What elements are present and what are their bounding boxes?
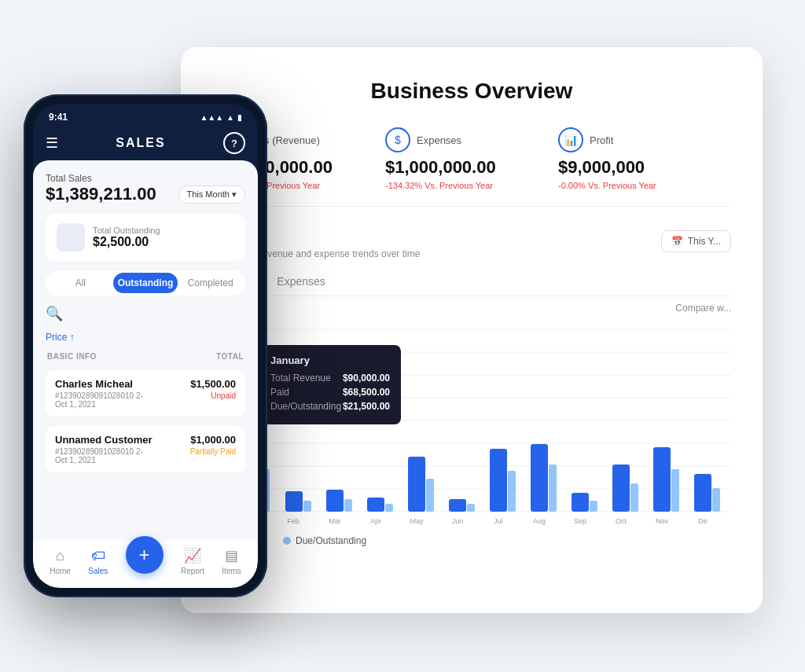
tooltip-total-value: $90,000.00 — [343, 373, 390, 384]
total-sales-label: Total Sales — [46, 173, 245, 184]
help-button[interactable]: ? — [223, 132, 245, 154]
invoice-info-0: Charles Micheal #12390289091028010 2- Oc… — [55, 378, 143, 409]
svg-rect-30 — [467, 504, 475, 512]
phone-container: 9:41 ▲▲▲ ▲ ▮ ☰ SALES ? Total Sales — [24, 94, 267, 597]
svg-rect-33 — [531, 444, 548, 512]
price-sort[interactable]: Price ↑ — [46, 332, 245, 343]
trends-date-button[interactable]: 📅 This Y... — [661, 230, 731, 252]
filter-all[interactable]: All — [48, 273, 113, 293]
invoice-status-1: Partially Paid — [190, 447, 236, 456]
svg-rect-24 — [344, 499, 352, 512]
invoice-amount-col-1: $1,000.00 Partially Paid — [190, 434, 236, 456]
search-icon[interactable]: 🔍 — [46, 305, 63, 322]
profit-change: -0.00% Vs. Previous Year — [558, 181, 715, 190]
outstanding-card: Total Outstanding $2,500.00 — [46, 214, 245, 261]
svg-rect-22 — [303, 501, 311, 512]
svg-text:May: May — [410, 517, 424, 525]
svg-text:Oct: Oct — [616, 517, 627, 525]
svg-rect-36 — [590, 501, 597, 512]
invoice-list-header: BASIC INFO TOTAL — [46, 352, 245, 361]
svg-text:De: De — [698, 517, 708, 525]
total-sales-value: $1,389,211.00 — [46, 184, 156, 204]
profit-value: $9,000,000 — [558, 157, 715, 178]
month-filter-button[interactable]: This Month ▾ — [178, 185, 245, 204]
desktop-card: Business Overview 🛒 Sales (Revenue) $10,… — [181, 47, 763, 613]
menu-icon[interactable]: ☰ — [46, 134, 58, 152]
expenses-icon: $ — [385, 127, 410, 152]
svg-rect-23 — [326, 490, 344, 512]
profit-icon: 📊 — [558, 127, 583, 152]
tab-expenses[interactable]: Expenses — [277, 275, 325, 296]
chart-tooltip: January Total Revenue $90,000.00 Paid $6… — [259, 345, 401, 424]
nav-title: SALES — [116, 136, 165, 150]
wifi-icon: ▲ — [226, 113, 234, 122]
invoice-name-1: Unnamed Customer — [55, 434, 153, 446]
svg-text:Sep: Sep — [574, 517, 586, 525]
list-header-basic-info: BASIC INFO — [47, 352, 97, 361]
invoice-id-0: #12390289091028010 2- — [55, 391, 143, 400]
svg-text:Jul: Jul — [494, 517, 503, 525]
report-icon: 📈 — [184, 547, 201, 564]
status-icons: ▲▲▲ ▲ ▮ — [200, 113, 242, 122]
invoice-item-0[interactable]: Charles Micheal #12390289091028010 2- Oc… — [46, 370, 245, 417]
svg-rect-34 — [549, 465, 557, 512]
svg-rect-35 — [572, 493, 589, 512]
nav-home[interactable]: ⌂ Home — [50, 548, 71, 575]
metric-expenses: $ Expenses $1,000,000.00 -134.32% Vs. Pr… — [385, 127, 558, 190]
phone-bottom-nav: ⌂ Home 🏷 Sales + 📈 Report ▤ Items — [33, 541, 258, 588]
fab-add-button[interactable]: + — [126, 536, 164, 574]
chart-legend: Paid Due/Outstanding — [212, 535, 731, 546]
outstanding-info: Total Outstanding $2,500.00 — [93, 226, 160, 249]
outstanding-dot — [283, 537, 291, 545]
battery-icon: ▮ — [237, 113, 242, 122]
tooltip-paid-label: Paid — [270, 387, 289, 398]
compare-row: Compare w... — [212, 303, 731, 314]
invoice-amount-1: $1,000.00 — [190, 434, 236, 446]
invoice-item-1[interactable]: Unnamed Customer #12390289091028010 2- O… — [46, 426, 245, 472]
svg-rect-32 — [508, 471, 516, 512]
invoice-date-1: Oct 1, 2021 — [55, 456, 153, 465]
status-time: 9:41 — [49, 112, 68, 123]
svg-rect-37 — [612, 465, 630, 512]
nav-report[interactable]: 📈 Report — [181, 547, 204, 575]
svg-rect-31 — [490, 449, 507, 512]
invoice-id-1: #12390289091028010 2- — [55, 447, 153, 456]
phone-frame: 9:41 ▲▲▲ ▲ ▮ ☰ SALES ? Total Sales — [24, 94, 267, 597]
filter-outstanding[interactable]: Outstanding — [113, 273, 178, 293]
metric-profit: 📊 Profit $9,000,000 -0.00% Vs. Previous … — [558, 127, 731, 190]
invoice-amount-0: $1,500.00 — [190, 378, 236, 390]
svg-rect-28 — [426, 479, 434, 512]
svg-text:Nov: Nov — [656, 517, 669, 525]
nav-sales[interactable]: 🏷 Sales — [88, 548, 108, 575]
legend-outstanding: Due/Outstanding — [283, 535, 366, 546]
signal-icon: ▲▲▲ — [200, 113, 223, 122]
nav-report-label: Report — [181, 567, 204, 575]
svg-text:Apr: Apr — [370, 517, 381, 525]
invoice-status-0: Unpaid — [190, 391, 236, 400]
status-bar: 9:41 ▲▲▲ ▲ ▮ — [33, 104, 258, 126]
tooltip-outstanding-label: Due/Outstanding — [270, 401, 341, 412]
filter-completed[interactable]: Completed — [178, 273, 243, 293]
svg-rect-42 — [712, 488, 720, 512]
svg-rect-38 — [630, 483, 638, 512]
sales-icon-nav: 🏷 — [91, 548, 105, 564]
tooltip-outstanding-value: $21,500.00 — [343, 401, 390, 412]
svg-rect-40 — [671, 469, 679, 512]
svg-rect-41 — [694, 474, 711, 512]
metrics-row: 🛒 Sales (Revenue) $10,000,000.00 -100.22… — [212, 127, 731, 207]
invoice-name-0: Charles Micheal — [55, 378, 143, 390]
svg-rect-27 — [408, 457, 425, 512]
page-title: Business Overview — [212, 79, 731, 104]
tooltip-month: January — [270, 354, 390, 366]
trends-section: Trends Track your revenue and expense tr… — [212, 230, 731, 542]
svg-text:Mar: Mar — [329, 517, 341, 525]
expenses-change: -134.32% Vs. Previous Year — [385, 181, 542, 190]
tooltip-paid-value: $68,500.00 — [343, 387, 390, 398]
phone-screen: 9:41 ▲▲▲ ▲ ▮ ☰ SALES ? Total Sales — [33, 104, 258, 588]
outstanding-icon — [57, 223, 85, 252]
nav-items[interactable]: ▤ Items — [222, 547, 241, 575]
search-row: 🔍 — [46, 305, 245, 322]
svg-text:Aug: Aug — [533, 517, 546, 525]
svg-rect-26 — [385, 504, 393, 512]
phone-content: Total Sales $1,389,211.00 This Month ▾ T… — [33, 160, 258, 541]
